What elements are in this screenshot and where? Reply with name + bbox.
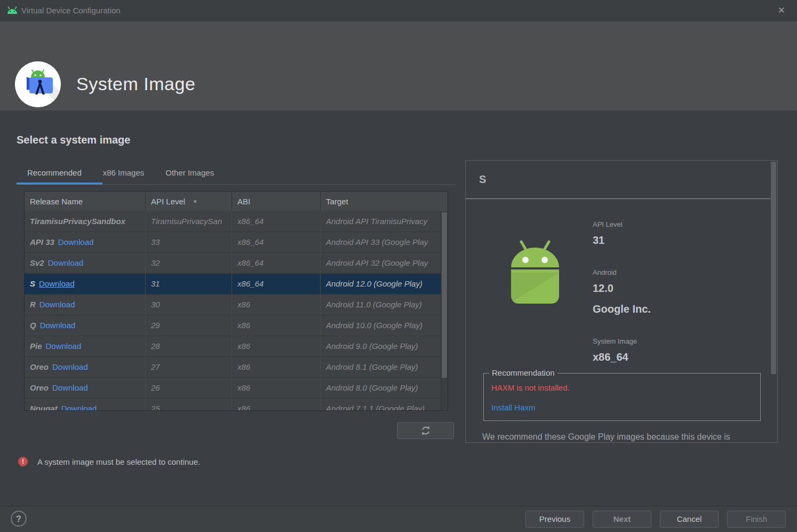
target-cell: Android 8.0 (Google Play) <box>321 378 448 398</box>
api-level-value: 31 <box>593 234 604 247</box>
release-name-cell: TiramisuPrivacySandbox <box>25 211 146 232</box>
column-release-name[interactable]: Release Name <box>25 192 146 211</box>
table-row[interactable]: OreoDownload 27 x86 Android 8.1 (Google … <box>25 357 448 378</box>
panel-divider <box>466 198 770 199</box>
abi-cell: x86 <box>232 295 321 315</box>
download-link[interactable]: Download <box>61 404 97 411</box>
abi-cell: x86 <box>232 336 321 356</box>
table-header-row: Release Name API Level▼ ABI Target <box>25 192 448 211</box>
release-name: Oreo <box>30 383 49 392</box>
table-row[interactable]: TiramisuPrivacySandbox TiramisuPrivacySa… <box>25 211 448 232</box>
target-cell: Android API 33 (Google Play <box>321 232 448 252</box>
wizard-header: System Image <box>0 21 797 110</box>
table-row[interactable]: SDownload 31 x86_64 Android 12.0 (Google… <box>25 274 448 295</box>
finish-button[interactable]: Finish <box>727 511 786 528</box>
panel-scrollbar-thumb[interactable] <box>771 162 776 374</box>
release-name-cell: RDownload <box>25 295 146 315</box>
android-studio-logo <box>15 61 61 107</box>
release-name-cell: QDownload <box>25 315 146 336</box>
api-level-cell: 33 <box>146 232 232 252</box>
table-row[interactable]: Sv2Download 32 x86_64 Android API 32 (Go… <box>25 253 448 274</box>
sort-desc-icon: ▼ <box>193 199 197 204</box>
page-title: System Image <box>76 74 195 94</box>
download-link[interactable]: Download <box>39 279 75 288</box>
install-haxm-link[interactable]: Install Haxm <box>491 403 536 412</box>
recommendation-footnote: We recommend these Google Play images be… <box>482 432 730 442</box>
target-cell: Android 8.1 (Google Play) <box>321 357 448 377</box>
api-level-cell: 30 <box>146 295 232 315</box>
api-level-cell: TiramisuPrivacySan <box>146 211 232 232</box>
abi-cell: x86 <box>232 357 321 377</box>
table-scrollbar-thumb[interactable] <box>442 212 447 378</box>
api-level-cell: 28 <box>146 336 232 356</box>
table-row[interactable]: OreoDownload 26 x86 Android 8.0 (Google … <box>25 378 448 399</box>
download-link[interactable]: Download <box>58 237 94 247</box>
haxm-error-text: HAXM is not installed. <box>491 383 570 392</box>
main-content: Select a system image Recommended x86 Im… <box>0 110 797 506</box>
abi-cell: x86 <box>232 315 321 336</box>
help-icon[interactable]: ? <box>11 511 27 527</box>
system-image-table: Release Name API Level▼ ABI Target Tiram… <box>24 191 448 411</box>
column-abi[interactable]: ABI <box>232 192 321 211</box>
release-name: Q <box>30 321 36 330</box>
table-row[interactable]: NougatDownload 25 x86 Android 7.1.1 (Goo… <box>25 399 448 411</box>
selected-release-title: S <box>479 173 486 186</box>
abi-cell: x86_64 <box>232 253 321 273</box>
dialog-footer: ? Previous Next Cancel Finish <box>0 506 797 532</box>
release-name: Nougat <box>30 404 58 411</box>
release-name-cell: SDownload <box>25 274 146 294</box>
download-link[interactable]: Download <box>48 258 84 267</box>
titlebar: Virtual Device Configuration ✕ <box>0 0 797 21</box>
download-link[interactable]: Download <box>52 383 88 392</box>
api-level-cell: 25 <box>146 399 232 411</box>
release-name: Oreo <box>30 362 49 371</box>
system-image-label: System Image <box>593 337 637 345</box>
column-target[interactable]: Target <box>321 192 448 211</box>
previous-button[interactable]: Previous <box>525 511 584 528</box>
table-row[interactable]: API 33Download 33 x86_64 Android API 33 … <box>25 232 448 253</box>
android-head-icon <box>6 6 18 17</box>
release-name: TiramisuPrivacySandbox <box>30 217 125 226</box>
target-cell: Android 11.0 (Google Play) <box>321 295 448 315</box>
release-name-cell: API 33Download <box>25 232 146 252</box>
panel-scrollbar[interactable] <box>770 161 777 442</box>
cancel-button[interactable]: Cancel <box>660 511 719 528</box>
close-icon[interactable]: ✕ <box>778 0 785 21</box>
abi-cell: x86_64 <box>232 211 321 232</box>
table-row[interactable]: QDownload 29 x86 Android 10.0 (Google Pl… <box>25 315 448 336</box>
next-button[interactable]: Next <box>593 511 651 528</box>
api-level-cell: 32 <box>146 253 232 273</box>
system-image-value: x86_64 <box>593 351 628 363</box>
release-name-cell: PieDownload <box>25 336 146 356</box>
api-level-cell: 27 <box>146 357 232 377</box>
refresh-button[interactable] <box>397 422 454 439</box>
release-name: R <box>30 300 36 309</box>
android-label: Android <box>593 268 617 276</box>
android-robot-illustration <box>500 233 570 310</box>
recommendation-legend: Recommendation <box>489 368 557 377</box>
release-name: S <box>30 279 35 288</box>
section-heading: Select a system image <box>17 134 130 146</box>
target-cell: Android 10.0 (Google Play) <box>321 315 448 336</box>
download-link[interactable]: Download <box>52 362 88 371</box>
download-link[interactable]: Download <box>40 321 76 330</box>
refresh-icon <box>420 425 431 436</box>
abi-cell: x86_64 <box>232 232 321 252</box>
download-link[interactable]: Download <box>39 300 75 309</box>
tab-other-images[interactable]: Other Images <box>155 163 225 182</box>
release-name: Sv2 <box>30 258 44 267</box>
validation-text: A system image must be selected to conti… <box>37 457 200 466</box>
target-cell: Android API TiramisuPrivacy <box>321 211 448 232</box>
column-api-level[interactable]: API Level▼ <box>146 192 232 211</box>
release-name-cell: OreoDownload <box>25 357 146 377</box>
release-name-cell: OreoDownload <box>25 378 146 398</box>
virtual-device-configuration-dialog: Virtual Device Configuration ✕ System Im… <box>0 0 797 532</box>
abi-cell: x86 <box>232 378 321 398</box>
download-link[interactable]: Download <box>46 342 82 351</box>
android-version-value: 12.0 <box>593 282 613 295</box>
tab-x86-images[interactable]: x86 Images <box>92 163 155 182</box>
table-scrollbar[interactable] <box>441 211 448 410</box>
tab-recommended[interactable]: Recommended <box>17 163 92 182</box>
table-row[interactable]: RDownload 30 x86 Android 11.0 (Google Pl… <box>25 295 448 315</box>
table-row[interactable]: PieDownload 28 x86 Android 9.0 (Google P… <box>25 336 448 357</box>
